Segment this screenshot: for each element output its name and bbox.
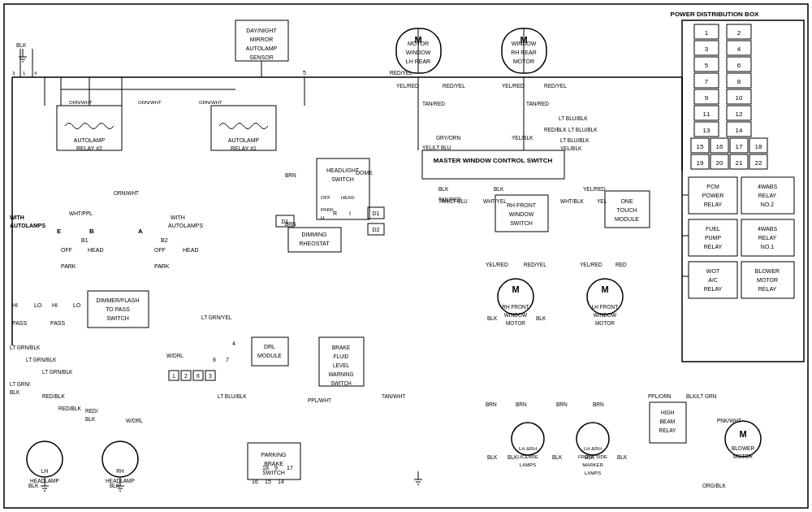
svg-text:B1: B1: [81, 237, 89, 243]
svg-text:YEL/RED: YEL/RED: [486, 262, 508, 267]
svg-text:POWER DISTRIBUTION BOX: POWER DISTRIBUTION BOX: [671, 11, 760, 18]
svg-text:7: 7: [226, 357, 229, 362]
svg-text:LH &RH: LH &RH: [519, 446, 537, 451]
svg-text:15: 15: [265, 479, 271, 484]
svg-text:HEAD: HEAD: [88, 247, 103, 253]
svg-text:4: 4: [232, 341, 235, 346]
svg-text:WARNING: WARNING: [328, 371, 353, 377]
svg-text:R: R: [333, 210, 337, 216]
svg-text:BLK: BLK: [10, 389, 20, 395]
svg-text:TAN/RED: TAN/RED: [526, 101, 549, 106]
svg-text:YEL/LT BLU: YEL/LT BLU: [422, 145, 451, 150]
svg-text:TAN/RED: TAN/RED: [438, 197, 461, 202]
svg-text:13: 13: [703, 127, 710, 134]
svg-text:WOT: WOT: [706, 268, 720, 274]
svg-text:HI: HI: [52, 302, 58, 308]
svg-text:RHEOSTAT: RHEOSTAT: [299, 241, 330, 246]
svg-text:17: 17: [287, 465, 293, 471]
svg-text:PPL/WHT: PPL/WHT: [308, 397, 331, 403]
svg-text:LT BLU/BLK: LT BLU/BLK: [568, 127, 598, 132]
svg-text:RED/BLK: RED/BLK: [42, 393, 65, 399]
svg-text:NO.2: NO.2: [761, 202, 774, 207]
svg-text:YEL/RED: YEL/RED: [396, 83, 419, 89]
svg-text:BLK: BLK: [85, 416, 96, 422]
svg-text:6: 6: [737, 62, 741, 69]
svg-text:YEL/BLK: YEL/BLK: [560, 145, 582, 151]
svg-text:BRN: BRN: [285, 221, 296, 227]
svg-text:LT BLU/BLK: LT BLU/BLK: [560, 137, 590, 143]
svg-text:HEADLIGHT: HEADLIGHT: [326, 167, 360, 173]
svg-text:BRN: BRN: [516, 401, 527, 407]
svg-text:LICENSE: LICENSE: [517, 454, 538, 459]
svg-text:22: 22: [755, 159, 762, 167]
svg-text:M: M: [512, 284, 519, 294]
svg-text:BLK: BLK: [28, 483, 39, 488]
svg-text:I: I: [349, 210, 351, 216]
svg-text:LT BLU/BLK: LT BLU/BLK: [559, 115, 588, 121]
svg-text:RELAY: RELAY: [758, 286, 777, 292]
svg-text:DIMMER/FLASH: DIMMER/FLASH: [97, 297, 140, 303]
svg-text:W/DRL: W/DRL: [166, 353, 184, 358]
svg-text:M: M: [739, 429, 746, 439]
svg-text:LH FRONT: LH FRONT: [592, 304, 619, 310]
svg-text:MIRROR: MIRROR: [250, 37, 273, 42]
svg-text:MASTER WINDOW CONTROL SWITCH: MASTER WINDOW CONTROL SWITCH: [434, 157, 553, 164]
svg-text:DRL: DRL: [264, 344, 275, 349]
svg-text:4WABS: 4WABS: [758, 226, 778, 232]
svg-text:BLK: BLK: [487, 454, 498, 460]
svg-text:11: 11: [703, 111, 710, 118]
svg-text:RED: RED: [615, 262, 627, 267]
svg-text:SWITCH: SWITCH: [262, 470, 285, 475]
svg-text:B2: B2: [161, 237, 168, 243]
svg-text:ONE: ONE: [620, 198, 633, 204]
svg-text:RED/YEL: RED/YEL: [443, 83, 465, 89]
svg-text:LT GRN/: LT GRN/: [10, 381, 30, 387]
svg-text:WITH: WITH: [171, 215, 185, 220]
svg-text:6: 6: [197, 373, 200, 379]
svg-text:DOME: DOME: [356, 170, 373, 176]
svg-text:LT GRN/BLK: LT GRN/BLK: [10, 345, 41, 350]
svg-text:BRN: BRN: [486, 401, 497, 407]
svg-text:AUTOLAMPS: AUTOLAMPS: [168, 223, 203, 228]
svg-text:20: 20: [716, 159, 723, 167]
svg-text:8: 8: [737, 78, 741, 85]
svg-text:BLK: BLK: [16, 42, 27, 48]
svg-text:MODULE: MODULE: [615, 216, 639, 222]
svg-text:14: 14: [278, 479, 284, 484]
svg-text:OFF: OFF: [61, 247, 72, 253]
svg-text:18: 18: [755, 143, 762, 150]
svg-text:MOTOR: MOTOR: [595, 320, 615, 326]
svg-text:YEL/RED: YEL/RED: [580, 262, 603, 267]
svg-text:YEL: YEL: [597, 198, 607, 204]
svg-text:DIMMING: DIMMING: [301, 232, 326, 237]
svg-text:RH: RH: [116, 468, 124, 474]
svg-text:PARK: PARK: [61, 263, 76, 269]
svg-text:RED/YEL: RED/YEL: [524, 262, 546, 267]
svg-text:HEAD: HEAD: [183, 247, 198, 253]
svg-text:W/DRL: W/DRL: [126, 418, 143, 423]
svg-text:ORN/WHT: ORN/WHT: [114, 190, 139, 196]
svg-text:HIGH: HIGH: [661, 410, 675, 415]
svg-text:8: 8: [213, 357, 216, 362]
svg-text:5: 5: [705, 62, 709, 69]
svg-text:4WABS: 4WABS: [758, 184, 778, 189]
svg-text:16: 16: [716, 143, 723, 150]
svg-text:OFF: OFF: [154, 247, 166, 253]
svg-text:BLK: BLK: [617, 454, 628, 460]
svg-text:BLOWER: BLOWER: [732, 445, 754, 451]
svg-text:9: 9: [274, 465, 278, 471]
svg-text:16: 16: [252, 479, 258, 484]
svg-text:RH FRONT: RH FRONT: [502, 304, 529, 310]
svg-text:ORN/WHT: ORN/WHT: [138, 100, 162, 105]
svg-text:YEL/RED: YEL/RED: [583, 186, 606, 192]
svg-text:RELAY: RELAY: [704, 286, 723, 292]
svg-text:MARKER: MARKER: [582, 462, 603, 467]
svg-text:RELAY: RELAY: [758, 235, 777, 241]
svg-text:BLK: BLK: [487, 315, 498, 321]
svg-text:BLK: BLK: [552, 454, 563, 460]
svg-text:A/C: A/C: [708, 277, 718, 283]
svg-text:PUMP: PUMP: [705, 235, 722, 241]
svg-text:SWITCH: SWITCH: [331, 176, 354, 182]
svg-text:BLK: BLK: [494, 186, 504, 192]
svg-text:PARK: PARK: [321, 207, 334, 212]
